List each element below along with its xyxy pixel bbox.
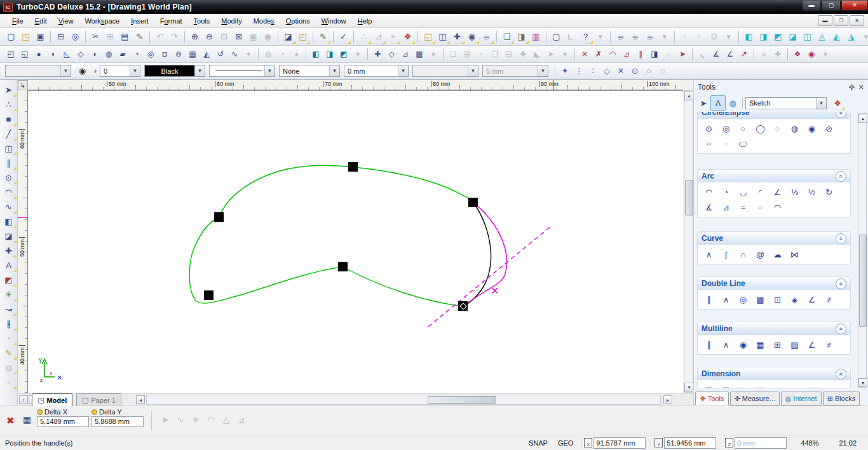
text-tool[interactable]: A	[1, 258, 17, 272]
parallel-tool[interactable]: ∦	[1, 317, 17, 331]
dot-tool[interactable]: ■	[1, 112, 17, 126]
insert-picture[interactable]: ◪	[281, 30, 295, 44]
layer-combo[interactable]: ▼	[5, 65, 71, 77]
spline-handle[interactable]	[204, 290, 214, 300]
inspector-angle[interactable]: ⊿	[234, 412, 249, 426]
multi-rotated-rect[interactable]: ▨	[786, 337, 803, 352]
multi-rectangle[interactable]: ⊞	[769, 337, 786, 352]
snap-center[interactable]: ⊙	[628, 64, 642, 78]
prim-disk[interactable]: ⊚	[172, 48, 186, 60]
dim-7[interactable]: ⊥	[803, 382, 820, 388]
shrink-fillet[interactable]: ∡	[709, 48, 723, 60]
spline-fit[interactable]: ʃ	[717, 247, 735, 262]
assemble-rotate[interactable]: ◉	[804, 48, 818, 60]
array-radial[interactable]: ✚	[516, 48, 530, 60]
collapse-chevron-icon[interactable]: «	[836, 369, 846, 379]
render-shaded[interactable]: ☕	[642, 30, 657, 44]
globe-tool[interactable]: ◍	[1, 360, 17, 374]
pick-point[interactable]: ➤	[544, 48, 558, 60]
circle-tangent-2[interactable]: ◍	[786, 121, 803, 136]
section-header[interactable]: Circle/Ellipse «	[697, 112, 851, 119]
arc-tangent-3[interactable]: ⊿	[717, 200, 735, 215]
fit-array[interactable]: ◣	[530, 48, 544, 60]
bezier[interactable]: ∩	[735, 247, 752, 262]
panel-tab-tools[interactable]: ❖Tools	[695, 392, 729, 406]
array-rect[interactable]: ⊞	[460, 48, 474, 60]
circle-double-point[interactable]: ○	[735, 121, 752, 136]
ellipse[interactable]: ○	[700, 139, 717, 149]
inspector-star[interactable]: ✳	[188, 412, 203, 426]
mdi-close-button[interactable]: ✕	[850, 15, 864, 26]
section-header[interactable]: Dimension «	[697, 367, 851, 380]
menu-help[interactable]: Help	[352, 15, 378, 27]
zoom-out[interactable]: ⊖	[202, 30, 217, 44]
maximize-button[interactable]: ▢	[822, 1, 841, 11]
section-header[interactable]: Curve «	[697, 231, 851, 245]
lock-icon[interactable]	[37, 409, 43, 415]
vertical-scrollbar[interactable]: ▲ ▼	[684, 90, 693, 393]
height-combo[interactable]: 5 mm▼	[482, 65, 548, 77]
edit-preview-curve[interactable]	[463, 203, 507, 306]
double-rectangle[interactable]: ⊡	[769, 292, 786, 307]
snap-grid[interactable]: ⋮	[572, 64, 586, 78]
double-parallel[interactable]: ≠	[820, 292, 837, 307]
section-header[interactable]: Multiline «	[697, 322, 851, 335]
extra-combo[interactable]: ▼	[412, 65, 478, 77]
menu-edit[interactable]: Edit	[29, 15, 53, 27]
panel-tab-blocks[interactable]: ⊞Blocks	[823, 392, 860, 406]
cut[interactable]: ✂	[88, 30, 103, 44]
chevron-down-icon[interactable]: ▼	[329, 65, 339, 76]
solid-3d-tool[interactable]: ◪	[1, 229, 17, 243]
open-palette[interactable]: ◰	[295, 30, 310, 44]
prim-cylinder[interactable]: ◎	[144, 48, 158, 60]
snap-intersection[interactable]: ✕	[614, 64, 628, 78]
pen-width-combo[interactable]: 0▼	[100, 65, 140, 77]
format-painter[interactable]: ✎	[132, 30, 147, 44]
help-book[interactable]: ?	[578, 30, 593, 44]
scroll-up-button[interactable]: ▲	[858, 114, 867, 123]
color-combo[interactable]: Black ▼	[144, 65, 205, 77]
color-manager[interactable]: ▥	[529, 30, 543, 44]
menu-options[interactable]: Options	[280, 15, 316, 27]
print-preview[interactable]: ◎	[68, 30, 83, 44]
collapse-chevron-icon[interactable]: «	[836, 233, 846, 244]
cancel-icon[interactable]: ✖	[6, 415, 15, 426]
snap-vertex[interactable]: ◇	[600, 64, 614, 78]
palette-scrollbar[interactable]: ▲ ▼	[858, 113, 867, 388]
edit-group[interactable]: ▫	[677, 30, 692, 44]
arc-tangent-2[interactable]: ∡	[700, 200, 717, 215]
table-icon[interactable]: ▦	[23, 414, 31, 425]
circle-tangent-line[interactable]: ⊘	[820, 121, 837, 136]
menu-format[interactable]: Format	[154, 15, 188, 27]
menu-tools[interactable]: Tools	[188, 15, 216, 27]
redo[interactable]: ↷	[167, 30, 182, 44]
minimize-button[interactable]: ▬	[802, 1, 821, 11]
prim-rod[interactable]: ◘	[158, 48, 172, 60]
snap-aperture[interactable]: ∴	[356, 30, 371, 44]
multi-polyline[interactable]: ∧	[717, 337, 735, 352]
pen-edit-tool[interactable]: ✎	[1, 346, 17, 360]
double-line[interactable]: ∥	[700, 292, 717, 307]
overflow-7[interactable]: ▾	[426, 48, 440, 60]
palette-paint-icon[interactable]: ❖	[831, 96, 844, 110]
copy-entities[interactable]: ❐	[488, 48, 502, 60]
ruler-origin-icon[interactable]: ↳	[18, 80, 28, 90]
view-cube-bottom[interactable]: ◬	[815, 30, 829, 44]
materials[interactable]: ◨	[514, 30, 529, 44]
tab-scroll-right-button[interactable]: ▸	[663, 395, 672, 404]
array-circular[interactable]: ∘	[474, 48, 488, 60]
render-wireframe[interactable]: ☕	[613, 30, 628, 44]
chevron-down-icon[interactable]: ▼	[194, 65, 205, 76]
horizontal-scrollbar[interactable]	[146, 395, 661, 405]
menu-view[interactable]: View	[53, 15, 79, 27]
circle-center-point[interactable]: ⊙	[700, 121, 717, 136]
edit-block[interactable]: ▫	[692, 30, 707, 44]
view-cube-iso[interactable]: ◭	[829, 30, 844, 44]
mouse-options[interactable]: ⌖	[386, 30, 400, 44]
zoom-page[interactable]: ▣	[246, 30, 261, 44]
workplane-3-point[interactable]: ⊿	[398, 48, 412, 60]
section-header[interactable]: Arc «	[697, 169, 851, 182]
overflow-6[interactable]: ▾	[351, 48, 365, 60]
snap-ortho[interactable]: ∶	[586, 64, 600, 78]
extend[interactable]: ↗	[737, 48, 751, 60]
